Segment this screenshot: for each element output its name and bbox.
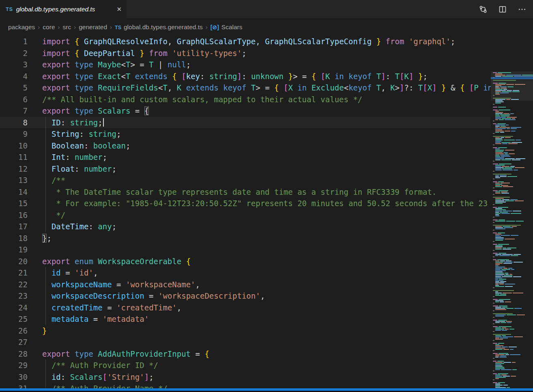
code-line[interactable]: ID: string;: [42, 117, 491, 129]
breadcrumb-separator-icon: ›: [206, 24, 208, 30]
code-line[interactable]: id = 'id',: [42, 267, 491, 279]
breadcrumb-item-src[interactable]: src: [63, 24, 71, 31]
code-line[interactable]: export type Scalars = {: [42, 105, 491, 117]
code-line[interactable]: export type RequireFields<T, K extends k…: [42, 82, 491, 94]
split-editor-icon[interactable]: [498, 5, 507, 14]
code-line[interactable]: import { DeepPartial } from 'utility-typ…: [42, 47, 491, 59]
line-number[interactable]: 12: [0, 163, 28, 175]
code-line[interactable]: [42, 336, 491, 348]
code-token: export: [42, 72, 75, 81]
code-line[interactable]: [42, 244, 491, 256]
breadcrumb-item-packages[interactable]: packages: [8, 24, 35, 31]
code-line[interactable]: export type AddAuthProviderInput = {: [42, 348, 491, 360]
code-line[interactable]: String: string;: [42, 128, 491, 140]
line-number[interactable]: 2: [0, 47, 28, 59]
line-number[interactable]: 13: [0, 174, 28, 186]
minimap-line: [493, 121, 533, 121]
code-token: number: [84, 164, 112, 173]
line-number[interactable]: 1: [0, 36, 28, 47]
line-number[interactable]: 15: [0, 198, 28, 209]
line-number[interactable]: 16: [0, 209, 28, 221]
line-number[interactable]: 14: [0, 186, 28, 198]
breadcrumb-item-global-db-types-generated-ts[interactable]: TSglobal.db.types.generated.ts: [115, 24, 203, 31]
minimap-line: [493, 138, 533, 139]
minimap-line: [493, 309, 533, 310]
breadcrumb-separator-icon: ›: [110, 24, 112, 30]
line-number[interactable]: 27: [0, 336, 28, 348]
code-line[interactable]: Float: number;: [42, 163, 491, 175]
code-line[interactable]: }: [42, 325, 491, 337]
code-line[interactable]: /** All built-in and custom scalars, map…: [42, 94, 491, 106]
line-number[interactable]: 23: [0, 290, 28, 302]
editor-gutter[interactable]: 1234567891011121314151617181920212223242…: [0, 36, 28, 392]
line-number[interactable]: 20: [0, 256, 28, 267]
minimap-line: [493, 339, 533, 340]
breadcrumb-item-scalars[interactable]: [⊘]Scalars: [211, 24, 243, 31]
line-number[interactable]: 29: [0, 360, 28, 371]
code-line[interactable]: id: Scalars['String'];: [42, 371, 491, 383]
code-line[interactable]: export type Maybe<T> = T | null;: [42, 59, 491, 71]
code-line[interactable]: workspaceName = 'workspaceName',: [42, 279, 491, 291]
line-number[interactable]: 19: [0, 244, 28, 256]
code-token: }: [42, 234, 47, 243]
code-line[interactable]: workspaceDescription = 'workspaceDescrip…: [42, 290, 491, 302]
code-line[interactable]: /** Auth Provider ID */: [42, 360, 491, 371]
code-token: workspaceDescription: [52, 291, 144, 300]
minimap-line: [493, 150, 533, 151]
code-line[interactable]: export enum WorkspaceOrderable {: [42, 256, 491, 267]
code-line[interactable]: };: [42, 233, 491, 244]
code-line[interactable]: export type Exact<T extends { [key: stri…: [42, 71, 491, 82]
tab-global-db-types[interactable]: TS global.db.types.generated.ts ✕: [0, 0, 127, 18]
code-token: =: [61, 268, 75, 277]
code-token: :: [200, 72, 209, 81]
minimap-line: [493, 230, 533, 230]
line-number[interactable]: 7: [0, 105, 28, 117]
line-number[interactable]: 5: [0, 82, 28, 94]
line-number[interactable]: 30: [0, 371, 28, 383]
code-token: P: [474, 83, 478, 92]
code-line[interactable]: metadata = 'metadata': [42, 313, 491, 325]
code-token: export: [42, 349, 75, 358]
minimap-line: [493, 385, 533, 386]
code-line[interactable]: Int: number;: [42, 151, 491, 163]
code-line[interactable]: */: [42, 209, 491, 221]
line-number[interactable]: 4: [0, 71, 28, 82]
code-line[interactable]: createdTime = 'createdTime',: [42, 302, 491, 314]
line-number[interactable]: 11: [0, 151, 28, 163]
close-tab-icon[interactable]: ✕: [116, 6, 122, 12]
minimap-line: [493, 240, 533, 241]
minimap-line: [493, 116, 533, 116]
minimap-line: [493, 376, 533, 377]
line-number[interactable]: 26: [0, 325, 28, 337]
minimap[interactable]: [491, 71, 533, 392]
breadcrumb-item-core[interactable]: core: [43, 24, 55, 31]
code-token: }: [418, 72, 423, 81]
line-number[interactable]: 18: [0, 233, 28, 244]
line-number[interactable]: 3: [0, 59, 28, 71]
more-actions-icon[interactable]: [518, 5, 527, 14]
line-number[interactable]: 6: [0, 94, 28, 106]
line-number[interactable]: 25: [0, 313, 28, 325]
code-token: {: [75, 37, 79, 46]
code-line[interactable]: /**: [42, 174, 491, 186]
minimap-line: [493, 303, 533, 304]
minimap-line: [493, 375, 533, 375]
line-number[interactable]: 21: [0, 267, 28, 279]
open-changes-icon[interactable]: [479, 5, 488, 14]
code-line[interactable]: * The DateTime scalar type represents da…: [42, 186, 491, 198]
code-line[interactable]: * For example: "1985-04-12T23:20:50.52Z"…: [42, 198, 491, 209]
line-number[interactable]: 9: [0, 128, 28, 140]
code-line[interactable]: Boolean: boolean;: [42, 140, 491, 152]
code-line[interactable]: DateTime: any;: [42, 221, 491, 233]
line-number[interactable]: 8: [0, 117, 28, 129]
line-number[interactable]: 17: [0, 221, 28, 233]
code-editor[interactable]: 1234567891011121314151617181920212223242…: [0, 36, 533, 388]
line-number[interactable]: 24: [0, 302, 28, 314]
line-number[interactable]: 28: [0, 348, 28, 360]
breadcrumb-item-generated[interactable]: generated: [79, 24, 107, 31]
line-number[interactable]: 22: [0, 279, 28, 291]
line-number[interactable]: 10: [0, 140, 28, 152]
code-line[interactable]: import { GraphQLResolveInfo, GraphQLScal…: [42, 36, 491, 47]
code-token: :: [61, 118, 70, 127]
code-content[interactable]: import { GraphQLResolveInfo, GraphQLScal…: [42, 36, 491, 392]
